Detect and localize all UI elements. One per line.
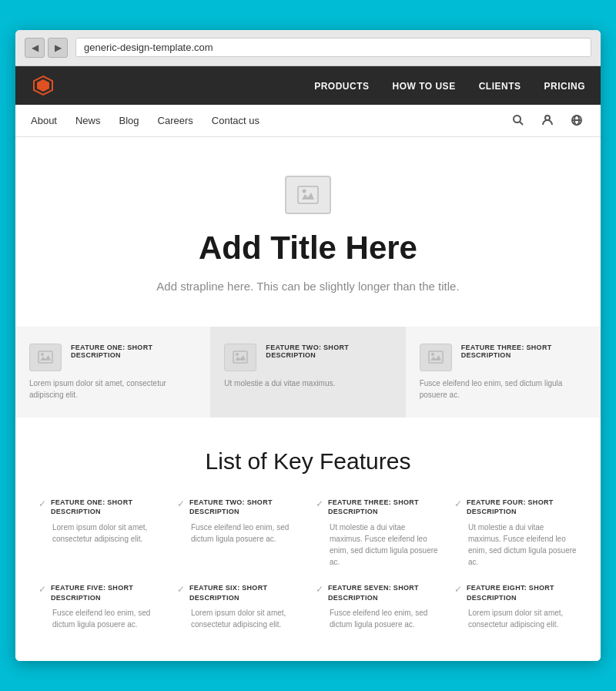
sub-nav-news[interactable]: News [75,113,101,127]
svg-marker-9 [302,193,314,200]
key-feature-6: ✓ FEATURE SIX: SHORT DESCRIPTION Lorem i… [177,583,300,630]
feature-thumb-1 [29,344,62,371]
feature-item-title-5: FEATURE FIVE: SHORT DESCRIPTION [51,583,162,602]
checkmark-icon-8: ✓ [454,584,462,595]
feature-item-header-8: ✓ FEATURE EIGHT: SHORT DESCRIPTION [454,583,578,602]
svg-marker-12 [40,355,51,361]
logo[interactable] [31,73,55,98]
checkmark-icon-7: ✓ [316,584,323,595]
key-feature-2: ✓ FEATURE TWO: SHORT DESCRIPTION Fusce e… [177,498,300,568]
hero-title: Add Title Here [46,230,570,267]
feature-card-1[interactable]: FEATURE ONE: SHORT DESCRIPTION Lorem ips… [15,327,210,418]
key-feature-7: ✓ FEATURE SEVEN: SHORT DESCRIPTION Fusce… [316,583,439,630]
svg-marker-15 [235,355,246,361]
user-icon[interactable] [539,112,556,129]
feature-item-header-3: ✓ FEATURE THREE: SHORT DESCRIPTION [316,498,439,517]
feature-item-title-4: FEATURE FOUR: SHORT DESCRIPTION [467,498,578,517]
forward-button[interactable]: ▶ [48,38,68,58]
nav-item-clients[interactable]: CLIENTS [479,79,521,92]
key-feature-5: ✓ FEATURE FIVE: SHORT DESCRIPTION Fusce … [38,583,162,630]
feature-item-desc-4: Ut molestie a dui vitae maximus. Fusce e… [454,522,578,568]
svg-point-16 [236,353,239,356]
feature-card-1-title: FEATURE ONE: SHORT DESCRIPTION [71,344,196,359]
globe-icon[interactable] [568,112,585,129]
back-button[interactable]: ◀ [25,38,45,58]
feature-card-3-title: FEATURE THREE: SHORT DESCRIPTION [461,344,587,359]
feature-item-desc-8: Lorem ipsum dolor sit amet, consectetur … [454,607,578,630]
feature-item-desc-1: Lorem ipsum dolor sit amet, consectetur … [38,522,162,545]
feature-card-3-desc: Fusce eleifend leo enim, sed dictum ligu… [420,377,587,401]
nav-item-howto[interactable]: HOW TO USE [393,79,456,92]
feature-item-title-2: FEATURE TWO: SHORT DESCRIPTION [189,498,300,517]
nav-item-products[interactable]: PRODUCTS [314,79,369,92]
browser-nav-buttons: ◀ ▶ [25,38,68,58]
feature-item-desc-6: Lorem ipsum dolor sit amet, consectetur … [177,607,300,630]
sub-nav-blog[interactable]: Blog [119,113,139,127]
feature-item-title-1: FEATURE ONE: SHORT DESCRIPTION [51,498,162,517]
hero-section: Add Title Here Add strapline here. This … [15,137,601,327]
svg-marker-18 [430,355,441,361]
sub-nav-careers[interactable]: Careers [158,113,193,127]
checkmark-icon-3: ✓ [316,498,323,509]
feature-item-header-7: ✓ FEATURE SEVEN: SHORT DESCRIPTION [316,583,439,602]
feature-item-desc-5: Fusce eleifend leo enim, sed dictum ligu… [38,607,162,630]
feature-item-title-8: FEATURE EIGHT: SHORT DESCRIPTION [467,583,578,602]
sub-nav-contact[interactable]: Contact us [212,113,259,127]
checkmark-icon-6: ✓ [177,584,185,595]
browser-chrome: ◀ ▶ generic-design-template.com [15,30,601,66]
sub-nav-about[interactable]: About [31,113,57,127]
top-nav: PRODUCTS HOW TO USE CLIENTS PRICING [15,66,601,105]
address-bar[interactable]: generic-design-template.com [75,38,591,57]
top-nav-links: PRODUCTS HOW TO USE CLIENTS PRICING [314,79,585,92]
feature-item-header-5: ✓ FEATURE FIVE: SHORT DESCRIPTION [38,583,162,602]
feature-item-header-2: ✓ FEATURE TWO: SHORT DESCRIPTION [177,498,300,517]
svg-point-10 [303,189,306,193]
checkmark-icon-2: ✓ [177,498,185,509]
feature-item-desc-7: Fusce eleifend leo enim, sed dictum ligu… [316,607,439,630]
feature-thumb-2 [224,344,256,371]
key-feature-3: ✓ FEATURE THREE: SHORT DESCRIPTION Ut mo… [316,498,439,568]
svg-marker-1 [37,79,49,92]
sub-nav-icons [510,112,585,129]
feature-card-2-desc: Ut molestie a dui vitae maximus. [224,377,391,389]
svg-rect-8 [298,186,318,203]
key-feature-1: ✓ FEATURE ONE: SHORT DESCRIPTION Lorem i… [38,498,162,568]
svg-point-13 [41,353,44,356]
hero-image-placeholder [285,176,331,214]
feature-card-1-desc: Lorem ipsum dolor sit amet, consectetur … [29,377,196,401]
checkmark-icon-1: ✓ [38,498,46,509]
svg-rect-11 [38,351,52,363]
feature-item-desc-3: Ut molestie a dui vitae maximus. Fusce e… [316,522,439,568]
feature-cards: FEATURE ONE: SHORT DESCRIPTION Lorem ips… [15,327,601,418]
checkmark-icon-5: ✓ [38,584,46,595]
key-features-section: List of Key Features ✓ FEATURE ONE: SHOR… [15,418,601,661]
site-content: PRODUCTS HOW TO USE CLIENTS PRICING Abou… [15,66,601,661]
browser-window: ◀ ▶ generic-design-template.com PRODUCTS… [15,30,601,661]
svg-rect-14 [233,351,247,363]
feature-thumb-3 [420,344,452,371]
feature-item-desc-2: Fusce eleifend leo enim, sed dictum ligu… [177,522,300,545]
sub-nav-links: About News Blog Careers Contact us [31,113,510,127]
feature-item-title-3: FEATURE THREE: SHORT DESCRIPTION [328,498,439,517]
feature-card-2[interactable]: FEATURE TWO: SHORT DESCRIPTION Ut molest… [210,327,405,418]
checkmark-icon-4: ✓ [454,498,462,509]
feature-item-title-6: FEATURE SIX: SHORT DESCRIPTION [189,583,300,602]
key-features-title: List of Key Features [38,448,578,475]
nav-item-pricing[interactable]: PRICING [544,79,585,92]
svg-point-19 [431,353,434,356]
feature-item-title-7: FEATURE SEVEN: SHORT DESCRIPTION [328,583,439,602]
svg-point-2 [514,116,521,122]
features-grid: ✓ FEATURE ONE: SHORT DESCRIPTION Lorem i… [38,498,578,630]
key-feature-4: ✓ FEATURE FOUR: SHORT DESCRIPTION Ut mol… [454,498,578,568]
key-feature-8: ✓ FEATURE EIGHT: SHORT DESCRIPTION Lorem… [454,583,578,630]
feature-item-header-4: ✓ FEATURE FOUR: SHORT DESCRIPTION [454,498,578,517]
sub-nav: About News Blog Careers Contact us [15,105,601,137]
svg-line-3 [520,122,523,125]
feature-card-2-title: FEATURE TWO: SHORT DESCRIPTION [266,344,391,359]
svg-rect-17 [429,351,443,363]
feature-item-header-1: ✓ FEATURE ONE: SHORT DESCRIPTION [38,498,162,517]
search-icon[interactable] [510,112,527,129]
feature-item-header-6: ✓ FEATURE SIX: SHORT DESCRIPTION [177,583,300,602]
hero-strapline: Add strapline here. This can be slightly… [46,277,570,296]
feature-card-3[interactable]: FEATURE THREE: SHORT DESCRIPTION Fusce e… [406,327,601,418]
